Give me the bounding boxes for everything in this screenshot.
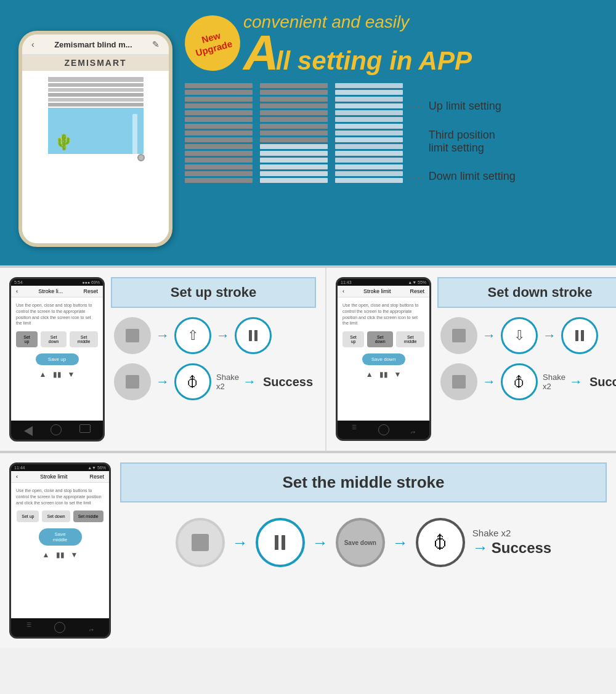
- back-middle-icon[interactable]: ↩: [89, 622, 94, 633]
- step-icon-up: ⇧: [174, 317, 211, 354]
- down-step-icon-pause: [561, 317, 598, 354]
- step-icon-shake: ⦽: [174, 363, 211, 400]
- save-btn-down[interactable]: Save down: [362, 353, 405, 365]
- up-ctrl-down-icon[interactable]: ▲: [366, 370, 373, 379]
- psc-controls-down: ▲ ▮▮ ▼: [342, 370, 424, 379]
- top-banner: ‹ Zemismart blind m... ✎ ZEMISMART 🌵: [0, 0, 616, 265]
- up-ctrl-icon[interactable]: ▲: [39, 370, 47, 379]
- phone-header-down: ‹ Stroke limit Reset: [338, 286, 429, 297]
- down-limit-label: - - - - Down limit setting: [409, 170, 516, 183]
- heading-line2-container: A ll setting in APP: [243, 32, 472, 74]
- home-middle-icon[interactable]: [54, 622, 65, 633]
- phone-screen: 🌵: [22, 71, 169, 243]
- heading-row: New Upgrade convenient and easily A ll s…: [185, 12, 598, 74]
- blind-visual-area: 🌵: [28, 77, 163, 161]
- arrow-2: →: [216, 328, 230, 344]
- up-limit-label: - - - - Up limit setting: [409, 100, 516, 113]
- pause-ctrl-icon[interactable]: ▮▮: [53, 370, 62, 379]
- save-btn-middle[interactable]: Save middle: [39, 528, 82, 546]
- down-step-icon-down: ⇩: [501, 317, 538, 354]
- pause-ctrl-middle-icon[interactable]: ▮▮: [56, 551, 65, 559]
- middle-arrow-1: →: [232, 533, 248, 552]
- up-arrow-icon: ⇧: [187, 328, 198, 344]
- down-shake-success: Shake x2 → Success: [543, 373, 616, 391]
- down-step-icon-square: [440, 317, 477, 354]
- phone-brand-bar: ZEMISMART: [22, 55, 169, 71]
- middle-shake-success: Shake x2 → Success: [472, 528, 551, 557]
- btn-setdown-up[interactable]: Set down: [41, 331, 67, 347]
- step-icon-pause: [235, 317, 272, 354]
- back-nav-icon[interactable]: [24, 426, 33, 436]
- save-btn-up[interactable]: Save up: [36, 353, 79, 365]
- phone-status-up: 5:54 ●●● 69%: [11, 279, 103, 286]
- recents-nav-icon[interactable]: [79, 424, 91, 433]
- section-bottom-middle: 11:44 ▲▼ 56% ‹ Stroke limit Reset Use th…: [0, 451, 616, 648]
- btn-setdown-middle[interactable]: Set down: [42, 510, 70, 522]
- up-stroke-steps: → ⇧ →: [111, 317, 316, 400]
- pause-ctrl-down-icon[interactable]: ▮▮: [379, 370, 388, 379]
- down-arrow-3: →: [482, 374, 496, 390]
- shake-success-row: Shake x2 → Success: [216, 373, 313, 391]
- psc-controls-middle: ▲ ▮▮ ▼: [16, 551, 104, 559]
- down-stroke-title: Set down stroke: [437, 277, 616, 308]
- btn-setdown-down[interactable]: Set down: [367, 331, 393, 347]
- middle-stroke-title: Set the middle stroke: [120, 462, 607, 502]
- menu-middle-icon[interactable]: ☰: [26, 622, 31, 633]
- third-position-label: - - - - Third position limit setting: [409, 129, 516, 155]
- phone-small-middle: 11:44 ▲▼ 56% ‹ Stroke limit Reset Use th…: [9, 462, 111, 639]
- down-ctrl-icon[interactable]: ▼: [68, 370, 75, 379]
- step-icon-square-2: [114, 363, 151, 400]
- phone-status-down: 11:43 ▲▼ 55%: [338, 279, 429, 286]
- btn-setmiddle-up[interactable]: Set middle: [70, 331, 98, 347]
- middle-step-icon-pause: [256, 518, 305, 567]
- phone-content-up: Use the open, close and stop buttons to …: [11, 297, 103, 421]
- blind-col-3: [335, 83, 403, 183]
- btn-setup-middle[interactable]: Set up: [17, 510, 39, 522]
- btn-setmiddle-down[interactable]: Set middle: [396, 331, 424, 347]
- middle-success-label: → Success: [472, 538, 551, 557]
- up-stroke-title: Set up stroke: [111, 277, 316, 308]
- middle-arrow-3: →: [392, 533, 408, 552]
- up-step-row-1: → ⇧ →: [114, 317, 313, 354]
- phone-content-down: Use the open, close and stop buttons to …: [338, 297, 429, 421]
- blind-diagrams: [185, 83, 403, 183]
- up-stroke-instructions: Set up stroke → ⇧ →: [111, 277, 316, 400]
- phone-top-bar: ‹ Zemismart blind m... ✎: [22, 34, 169, 55]
- middle-shake-icon: ⦽: [431, 532, 450, 553]
- down-shake-icon: ⦽: [512, 373, 527, 390]
- phone-content-middle: Use the open, close and stop buttons to …: [11, 483, 109, 618]
- phone-small-down: 11:43 ▲▼ 55% ‹ Stroke limit Reset Use th…: [336, 277, 431, 441]
- home-nav-down-icon[interactable]: [378, 424, 389, 435]
- btn-setmiddle-middle[interactable]: Set middle: [73, 510, 103, 522]
- menu-icon[interactable]: ☰: [352, 424, 357, 435]
- down-ctrl-down-icon[interactable]: ▼: [394, 370, 402, 379]
- pause-shape: [249, 330, 257, 341]
- heading-line2: ll setting in APP: [276, 48, 472, 74]
- middle-save-btn-circle[interactable]: Save down: [336, 518, 385, 567]
- new-upgrade-badge: New Upgrade: [179, 9, 246, 77]
- limit-labels: - - - - Up limit setting - - - - Third p…: [409, 100, 516, 183]
- phone-mockup-top: ‹ Zemismart blind m... ✎ ZEMISMART 🌵: [18, 31, 172, 247]
- phone-bottom-down: ☰ ↩: [338, 421, 429, 439]
- middle-stroke-steps: → → Save down → ⦽ Shake x2 → Succe: [120, 512, 607, 573]
- back-nav-down-icon[interactable]: ↩: [410, 424, 415, 435]
- set-down-stroke-panel: 11:43 ▲▼ 55% ‹ Stroke limit Reset Use th…: [326, 268, 616, 451]
- shake-icon: ⦽: [185, 373, 200, 390]
- phone-header-up: ‹ Stroke li... Reset: [11, 286, 103, 297]
- down-arrow-1: →: [482, 328, 496, 344]
- heading-letter-a: A: [243, 32, 279, 74]
- down-arrow-2: →: [543, 328, 556, 344]
- phone-header-middle: ‹ Stroke limit Reset: [11, 471, 109, 483]
- middle-step-icon-square: [176, 518, 225, 567]
- blind-col-1: [185, 83, 253, 183]
- btn-setup-down[interactable]: Set up: [342, 331, 364, 347]
- down-ctrl-middle-icon[interactable]: ▼: [71, 551, 78, 559]
- btn-setup-up[interactable]: Set up: [16, 331, 38, 347]
- down-arrow-4: →: [569, 374, 583, 390]
- down-step-icon-square-2: [440, 363, 477, 400]
- home-nav-icon[interactable]: [51, 424, 62, 435]
- psc-controls-up: ▲ ▮▮ ▼: [16, 370, 98, 379]
- main-heading: convenient and easily A ll setting in AP…: [243, 12, 472, 74]
- psc-buttons-down: Set up Set down Set middle: [342, 331, 424, 347]
- up-ctrl-middle-icon[interactable]: ▲: [43, 551, 50, 559]
